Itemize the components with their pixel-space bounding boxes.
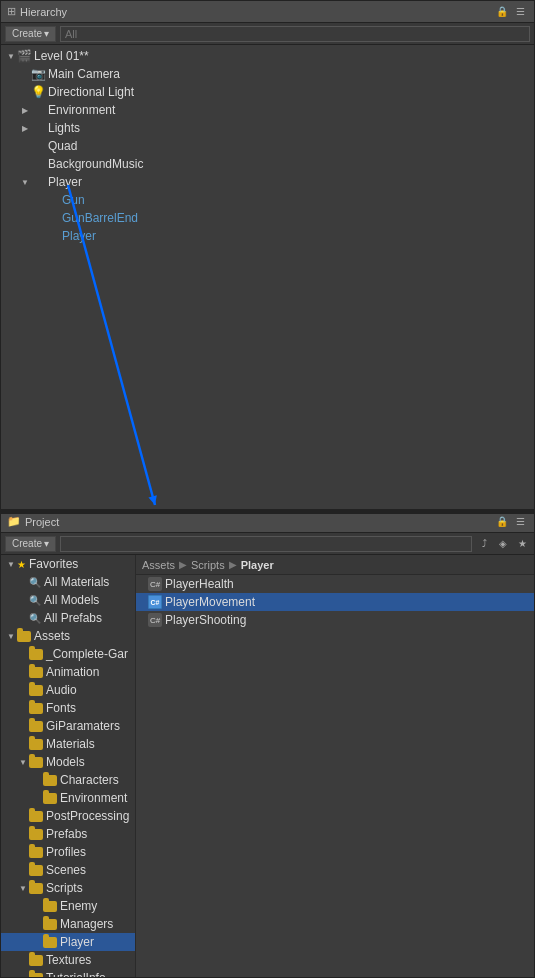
folder-all-prefabs[interactable]: 🔍 All Prefabs xyxy=(1,609,135,627)
tree-item-player-child[interactable]: Player xyxy=(1,227,534,245)
folder-postprocessing[interactable]: PostProcessing xyxy=(1,807,135,825)
hierarchy-panel: ⊞ Hierarchy 🔒 ☰ Create ▾ 🎬 Level 01* 📷 M… xyxy=(0,0,535,510)
folder-textures[interactable]: Textures xyxy=(1,951,135,969)
label: TutorialInfo xyxy=(46,971,106,977)
show-in-explorer-icon[interactable]: ⤴ xyxy=(476,536,492,552)
folder-all-materials[interactable]: 🔍 All Materials xyxy=(1,573,135,591)
tree-item-gun[interactable]: Gun xyxy=(1,191,534,209)
label: Textures xyxy=(46,953,91,967)
folder-materials[interactable]: Materials xyxy=(1,735,135,753)
menu-icon[interactable]: ☰ xyxy=(512,4,528,20)
tree-item-lights[interactable]: Lights xyxy=(1,119,534,137)
project-title: Project xyxy=(25,516,59,528)
label: Audio xyxy=(46,683,77,697)
folder-icon xyxy=(43,901,57,912)
folder-fonts[interactable]: Fonts xyxy=(1,699,135,717)
scene-root[interactable]: 🎬 Level 01* xyxy=(1,47,534,65)
item-label: Main Camera xyxy=(48,67,120,81)
label: Managers xyxy=(60,917,113,931)
favorites-arrow xyxy=(5,558,17,570)
breadcrumb-scripts[interactable]: Scripts xyxy=(191,559,225,571)
item-label: Quad xyxy=(48,139,77,153)
tree-item-backgroundmusic[interactable]: BackgroundMusic xyxy=(1,155,534,173)
folder-icon xyxy=(29,829,43,840)
folder-complete-game[interactable]: _Complete-Gar xyxy=(1,645,135,663)
folder-all-models[interactable]: 🔍 All Models xyxy=(1,591,135,609)
folder-profiles[interactable]: Profiles xyxy=(1,843,135,861)
folder-icon xyxy=(43,919,57,930)
folder-environment-model[interactable]: Environment xyxy=(1,789,135,807)
folder-managers[interactable]: Managers xyxy=(1,915,135,933)
label: Animation xyxy=(46,665,99,679)
unity-script-icon: C# xyxy=(148,613,162,627)
folder-animation[interactable]: Animation xyxy=(1,663,135,681)
folder-giparamaters[interactable]: GiParamaters xyxy=(1,717,135,735)
folder-player-scripts[interactable]: Player xyxy=(1,933,135,951)
folder-audio[interactable]: Audio xyxy=(1,681,135,699)
folder-scripts[interactable]: Scripts xyxy=(1,879,135,897)
all-materials-label: All Materials xyxy=(44,575,109,589)
breadcrumb-assets[interactable]: Assets xyxy=(142,559,175,571)
gameobject-icon xyxy=(45,211,59,225)
menu-icon[interactable]: ☰ xyxy=(512,514,528,530)
item-label: Player xyxy=(48,175,82,189)
tree-item-quad[interactable]: Quad xyxy=(1,137,534,155)
item-label: Environment xyxy=(48,103,115,117)
all-prefabs-label: All Prefabs xyxy=(44,611,102,625)
dropdown-arrow: ▾ xyxy=(44,538,49,549)
audio-icon xyxy=(31,157,45,171)
project-create-button[interactable]: Create ▾ xyxy=(5,536,56,552)
all-models-label: All Models xyxy=(44,593,99,607)
tree-item-player-parent[interactable]: Player xyxy=(1,173,534,191)
models-arrow xyxy=(17,756,29,768)
project-search-input[interactable] xyxy=(60,536,472,552)
light-icon: 💡 xyxy=(31,85,45,99)
tree-item-directional-light[interactable]: 💡 Directional Light xyxy=(1,83,534,101)
script-icon: C# xyxy=(148,595,162,609)
folder-icon xyxy=(43,937,57,948)
folder-prefabs[interactable]: Prefabs xyxy=(1,825,135,843)
hierarchy-tree: 🎬 Level 01* 📷 Main Camera 💡 Directional … xyxy=(1,45,534,509)
gameobject-icon xyxy=(31,175,45,189)
folder-icon xyxy=(29,865,43,876)
file-playermovement[interactable]: C# PlayerMovement xyxy=(136,593,534,611)
tree-item-environment[interactable]: Environment xyxy=(1,101,534,119)
lock-icon[interactable]: 🔒 xyxy=(494,4,510,20)
file-label: PlayerHealth xyxy=(165,577,234,591)
assets-folder-icon xyxy=(17,631,31,642)
filter-icon[interactable]: ◈ xyxy=(495,536,511,552)
file-playershooting[interactable]: C# PlayerShooting xyxy=(136,611,534,629)
label: Scenes xyxy=(46,863,86,877)
star-icon[interactable]: ★ xyxy=(514,536,530,552)
folder-icon xyxy=(29,721,43,732)
assets-root[interactable]: Assets xyxy=(1,627,135,645)
unity-script-icon: C# xyxy=(148,577,162,591)
gameobject-icon xyxy=(31,103,45,117)
arrow-right xyxy=(19,122,31,134)
hierarchy-search-input[interactable] xyxy=(60,26,530,42)
project-content: ★ Favorites 🔍 All Materials 🔍 All Models… xyxy=(1,555,534,977)
hierarchy-title: Hierarchy xyxy=(20,6,67,18)
item-label: BackgroundMusic xyxy=(48,157,143,171)
folder-scenes[interactable]: Scenes xyxy=(1,861,135,879)
file-list: C# PlayerHealth C# PlayerMovement C# Pla… xyxy=(136,575,534,977)
folder-icon xyxy=(29,685,43,696)
folder-enemy[interactable]: Enemy xyxy=(1,897,135,915)
folder-characters[interactable]: Characters xyxy=(1,771,135,789)
favorites-root[interactable]: ★ Favorites xyxy=(1,555,135,573)
file-playerhealth[interactable]: C# PlayerHealth xyxy=(136,575,534,593)
tree-item-main-camera[interactable]: 📷 Main Camera xyxy=(1,65,534,83)
project-icon: 📁 xyxy=(7,515,21,528)
lock-icon[interactable]: 🔒 xyxy=(494,514,510,530)
scene-label: Level 01* xyxy=(34,49,89,63)
folder-icon xyxy=(29,703,43,714)
folder-models[interactable]: Models xyxy=(1,753,135,771)
project-toolbar: Create ▾ ⤴ ◈ ★ xyxy=(1,533,534,555)
hierarchy-create-button[interactable]: Create ▾ xyxy=(5,26,56,42)
tree-item-gunbarrelend[interactable]: GunBarrelEnd xyxy=(1,209,534,227)
folder-tutorialinfo[interactable]: TutorialInfo xyxy=(1,969,135,977)
project-header-icons: 🔒 ☰ xyxy=(494,514,528,530)
label: _Complete-Gar xyxy=(46,647,128,661)
mesh-icon xyxy=(31,139,45,153)
gameobject-icon xyxy=(45,193,59,207)
